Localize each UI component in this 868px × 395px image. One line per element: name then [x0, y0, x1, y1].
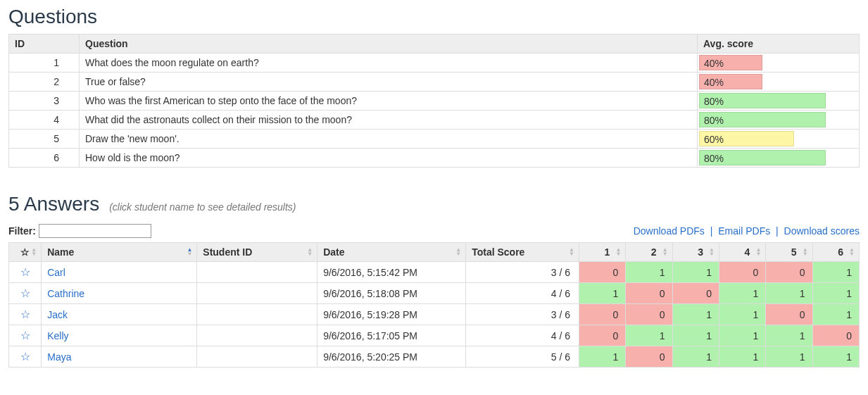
star-toggle[interactable]: ☆: [9, 346, 42, 368]
question-score-cell: 80%: [698, 92, 860, 111]
score-cell-q2: 1: [626, 325, 672, 346]
col-name[interactable]: Name▲▼: [42, 243, 197, 262]
score-cell-q3: 1: [672, 262, 719, 283]
question-row: 4What did the astronauts collect on thei…: [9, 111, 860, 130]
sort-icon: ▲▼: [709, 248, 715, 256]
score-cell-q3: 0: [672, 283, 719, 304]
date-cell: 9/6/2016, 5:20:25 PM: [317, 346, 466, 368]
sort-icon: ▲▼: [615, 248, 621, 256]
sort-icon: ▲▼: [662, 248, 668, 256]
date-cell: 9/6/2016, 5:18:08 PM: [317, 283, 466, 304]
score-cell-q1: 0: [579, 304, 626, 325]
sort-icon: ▲▼: [187, 248, 192, 256]
score-cell-q4: 1: [719, 325, 765, 346]
score-cell-q1: 0: [579, 262, 626, 283]
score-cell-q6: 1: [812, 304, 859, 325]
score-bar: 40%: [699, 55, 762, 70]
col-q2[interactable]: 2▲▼: [626, 243, 672, 262]
student-name-link[interactable]: Cathrine: [47, 288, 84, 299]
sort-icon: ▲▼: [755, 248, 761, 256]
score-bar: 80%: [699, 112, 826, 127]
col-q5[interactable]: 5▲▼: [766, 243, 812, 262]
question-id: 4: [9, 111, 80, 130]
col-q6[interactable]: 6▲▼: [812, 243, 859, 262]
col-question: Question: [80, 35, 698, 54]
question-text: True or false?: [80, 73, 698, 92]
filter-input[interactable]: [39, 224, 151, 238]
score-cell-q3: 1: [672, 325, 719, 346]
score-cell-q6: 1: [812, 262, 859, 283]
email-pdfs-link[interactable]: Email PDFs: [718, 225, 770, 237]
total-score-cell: 3 / 6: [466, 304, 579, 325]
questions-heading: Questions: [8, 6, 860, 28]
question-id: 3: [9, 92, 80, 111]
question-score-cell: 40%: [698, 73, 860, 92]
student-name-link[interactable]: Kelly: [47, 330, 68, 341]
score-cell-q4: 1: [719, 283, 765, 304]
score-cell-q2: 0: [626, 346, 672, 368]
col-total[interactable]: Total Score▲▼: [466, 243, 579, 262]
col-star[interactable]: ☆▲▼: [9, 243, 42, 262]
score-cell-q1: 1: [579, 346, 626, 368]
question-row: 2True or false?40%: [9, 73, 860, 92]
score-cell-q3: 1: [672, 346, 719, 368]
total-score-cell: 4 / 6: [466, 283, 579, 304]
col-q1[interactable]: 1▲▼: [579, 243, 626, 262]
score-cell-q3: 1: [672, 304, 719, 325]
total-score-cell: 5 / 6: [466, 346, 579, 368]
date-cell: 9/6/2016, 5:19:28 PM: [317, 304, 466, 325]
sort-icon: ▲▼: [803, 248, 808, 256]
star-toggle[interactable]: ☆: [9, 283, 42, 304]
questions-table: ID Question Avg. score 1What does the mo…: [8, 34, 860, 168]
star-toggle[interactable]: ☆: [9, 262, 42, 283]
question-row: 1What does the moon regulate on earth?40…: [9, 54, 860, 73]
total-score-cell: 3 / 6: [466, 262, 579, 283]
star-toggle[interactable]: ☆: [9, 304, 42, 325]
score-cell-q5: 0: [766, 304, 812, 325]
date-cell: 9/6/2016, 5:15:42 PM: [317, 262, 466, 283]
question-text: Draw the 'new moon'.: [80, 130, 698, 149]
answers-heading: 5 Answers: [8, 193, 99, 215]
student-name-link[interactable]: Carl: [47, 267, 65, 278]
question-row: 3Who was the first American to step onto…: [9, 92, 860, 111]
student-id-cell: [197, 346, 317, 368]
question-score-cell: 80%: [698, 149, 860, 168]
score-cell-q5: 0: [766, 262, 812, 283]
question-id: 5: [9, 130, 80, 149]
question-text: How old is the moon?: [80, 149, 698, 168]
student-id-cell: [197, 283, 317, 304]
link-separator: |: [773, 225, 781, 237]
col-date[interactable]: Date▲▼: [317, 243, 466, 262]
score-cell-q2: 1: [626, 262, 672, 283]
score-cell-q5: 1: [766, 325, 812, 346]
score-cell-q5: 1: [766, 346, 812, 368]
score-bar: 80%: [699, 93, 826, 108]
answer-row: ☆Carl9/6/2016, 5:15:42 PM3 / 6011001: [9, 262, 860, 283]
student-id-cell: [197, 262, 317, 283]
sort-icon: ▲▼: [307, 248, 313, 256]
score-cell-q5: 1: [766, 283, 812, 304]
star-toggle[interactable]: ☆: [9, 325, 42, 346]
download-scores-link[interactable]: Download scores: [784, 225, 860, 237]
question-text: Who was the first American to step onto …: [80, 92, 698, 111]
score-cell-q6: 0: [812, 325, 859, 346]
score-cell-q4: 0: [719, 262, 765, 283]
score-cell-q1: 1: [579, 283, 626, 304]
answer-row: ☆Jack9/6/2016, 5:19:28 PM3 / 6001101: [9, 304, 860, 325]
col-q4[interactable]: 4▲▼: [719, 243, 765, 262]
question-row: 5Draw the 'new moon'.60%: [9, 130, 860, 149]
question-score-cell: 80%: [698, 111, 860, 130]
student-name-link[interactable]: Maya: [47, 351, 71, 363]
total-score-cell: 4 / 6: [466, 325, 579, 346]
student-name-cell: Maya: [42, 346, 197, 368]
question-score-cell: 40%: [698, 54, 860, 73]
question-text: What did the astronauts collect on their…: [80, 111, 698, 130]
student-id-cell: [197, 304, 317, 325]
col-q3[interactable]: 3▲▼: [672, 243, 719, 262]
score-bar: 80%: [699, 150, 826, 165]
col-id: ID: [9, 35, 80, 54]
download-pdfs-link[interactable]: Download PDFs: [634, 225, 705, 237]
score-cell-q4: 1: [719, 346, 765, 368]
col-student-id[interactable]: Student ID▲▼: [197, 243, 317, 262]
student-name-link[interactable]: Jack: [47, 309, 68, 320]
